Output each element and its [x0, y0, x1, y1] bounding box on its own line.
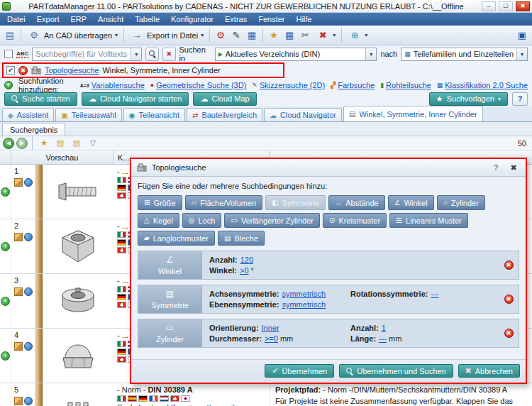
folder-open-icon[interactable]: ▤	[70, 136, 84, 150]
table-view-icon[interactable]: ▦	[282, 28, 297, 43]
filter-icon[interactable]: ▽	[86, 136, 100, 150]
abbrechen-button[interactable]: ✖Abbrechen	[458, 364, 520, 378]
globe-icon[interactable]	[24, 233, 33, 241]
add-abstaende-button[interactable]: ↔Abstände	[328, 195, 384, 210]
menu-ansicht[interactable]: Ansicht	[92, 13, 129, 26]
chevron-down-icon[interactable]: ▾	[131, 48, 141, 60]
3d-box-icon[interactable]	[14, 178, 23, 187]
globe-icon[interactable]	[24, 287, 33, 296]
add-zylinder-button[interactable]: ○Zylinder	[437, 195, 485, 210]
fulltext-checkbox[interactable]	[4, 50, 13, 58]
open-document-icon[interactable]: ▤	[3, 28, 17, 43]
suchvorlagen-button[interactable]: ★Suchvorlagen▾	[429, 92, 508, 106]
remove-condition-icon[interactable]: ✖	[504, 295, 514, 304]
part-preview[interactable]	[43, 383, 113, 406]
part-preview[interactable]	[43, 329, 113, 383]
3d-box-icon[interactable]	[14, 397, 23, 405]
remove-search-icon[interactable]: ✖	[18, 66, 28, 75]
remove-condition-icon[interactable]: ✖	[504, 329, 514, 338]
skizzensuche-item[interactable]: ✎Skizzensuche (2D)	[252, 81, 325, 89]
anzahl-value-link[interactable]: 1	[382, 324, 386, 332]
3d-box-icon[interactable]	[14, 342, 23, 351]
search-input[interactable]	[33, 50, 131, 58]
farbsuche-item[interactable]: ▞Farbsuche	[331, 81, 375, 89]
orientierung-value-link[interactable]: Inner	[262, 324, 279, 332]
forward-button[interactable]: ▶	[16, 138, 28, 149]
minimize-button[interactable]: –	[482, 1, 496, 11]
globe-icon[interactable]	[24, 342, 33, 351]
suche-starten-button[interactable]: Suche starten	[4, 92, 77, 106]
directory-combo[interactable]: ▶Aktuelles Verzeichnis (DIN) ▾	[215, 48, 377, 61]
rohteilsuche-item[interactable]: ▮Rohteilsuche	[380, 81, 431, 89]
search-scope-combo[interactable]: ▦Teilefamilien und Einzelteilen ▾	[401, 48, 528, 61]
expand-row-icon[interactable]: +	[1, 297, 10, 306]
3d-box-icon[interactable]	[14, 287, 23, 296]
tool-icon[interactable]: ⚙	[214, 28, 228, 43]
dialog-help-button[interactable]: ?	[489, 162, 502, 173]
expand-row-icon[interactable]: +	[1, 351, 10, 361]
add-winkel-button[interactable]: ∠Winkel	[388, 195, 434, 210]
laenge-value-link[interactable]: ---	[379, 334, 387, 343]
anzahl-value-link[interactable]: 120	[240, 256, 253, 264]
globe-icon[interactable]	[24, 397, 33, 405]
add-flaeche-volumen-button[interactable]: ▱Fläche/Volumen	[185, 195, 263, 210]
rotationssymmetrie-value-link[interactable]: ---	[431, 290, 438, 298]
winkel-value-link[interactable]: >0	[240, 266, 249, 275]
farbsuche-link[interactable]: Farbsuche	[338, 81, 375, 89]
durchmesser-value-link[interactable]: >=0	[265, 334, 278, 343]
menu-tabelle[interactable]: Tabelle	[129, 13, 165, 26]
menu-konfigurator[interactable]: Konfigurator	[165, 13, 219, 26]
cloud-map-button[interactable]: ☁Cloud Map	[193, 92, 256, 106]
klassifikation-item[interactable]: ▦Klassifikation 2.0 Suche	[437, 81, 528, 89]
rohteilsuche-link[interactable]: Rohteilsuche	[386, 81, 431, 89]
part-preview[interactable]	[43, 219, 113, 273]
menu-extras[interactable]: Extras	[219, 13, 253, 26]
uebernehmen-button[interactable]: ✔Übernehmen	[265, 364, 334, 378]
edit-pencil-icon[interactable]: ✎	[229, 28, 243, 43]
spellcheck-abc-icon[interactable]: ABC	[16, 50, 28, 58]
tab-topology-search[interactable]: ▤Winkel, Symmetrie, Inner Cylinder	[343, 106, 483, 121]
geometrische-suche-item[interactable]: ●Geometrische Suche (3D)	[150, 81, 247, 89]
tab-teileansicht[interactable]: ◉Teileansicht	[123, 108, 185, 121]
add-kegel-button[interactable]: △Kegel	[138, 213, 179, 228]
menu-erp[interactable]: ERP	[65, 13, 92, 26]
topology-search-checkbox[interactable]: ✔	[6, 66, 15, 75]
topologiesuche-link[interactable]: Topologiesuche	[45, 66, 99, 75]
geometrische-suche-link[interactable]: Geometrische Suche (3D)	[156, 81, 246, 89]
menu-datei[interactable]: Datei	[1, 13, 31, 26]
maximize-button[interactable]: ☐	[499, 1, 513, 11]
menu-hilfe[interactable]: Hilfe	[290, 13, 317, 26]
tab-suchergebnis[interactable]: Suchergebnis	[2, 123, 65, 136]
fulltext-search-button[interactable]	[145, 48, 159, 61]
achsensymmetrie-value-link[interactable]: symmetrisch	[282, 290, 326, 298]
add-bleche-button[interactable]: ▤Bleche	[218, 231, 265, 246]
globe-icon[interactable]	[24, 178, 33, 187]
add-langlochmuster-button[interactable]: ▰Langlochmuster	[138, 231, 215, 246]
add-groesse-button[interactable]: ⊞Größe	[138, 195, 182, 210]
variablensuche-link[interactable]: Variablensuche	[92, 81, 145, 89]
clear-search-button[interactable]: ✖	[162, 48, 176, 61]
dialog-close-icon[interactable]: ✖	[507, 162, 520, 173]
favorites-star-icon[interactable]: ★	[37, 136, 51, 150]
help-button[interactable]: ?	[512, 92, 528, 106]
remove-condition-icon[interactable]: ✖	[504, 260, 514, 270]
tab-teileauswahl[interactable]: ▣Teileauswahl	[55, 108, 121, 121]
favorites-star-icon[interactable]: ★	[267, 28, 281, 43]
chevron-down-icon[interactable]: ▾	[516, 48, 527, 60]
close-button[interactable]: ✖	[516, 1, 530, 11]
add-lineares-muster-button[interactable]: ☰Lineares Muster	[389, 213, 468, 228]
tab-assistent[interactable]: ◆Assistent	[2, 108, 54, 121]
back-button[interactable]: ◀	[3, 138, 14, 149]
3d-box-icon[interactable]	[14, 233, 23, 241]
tab-bauteilvergleich[interactable]: ⇄Bauteilvergleich	[187, 108, 262, 121]
export-to-file-dropdown[interactable]: → Export in Datei ▾	[128, 28, 206, 43]
add-loch-button[interactable]: ◎Loch	[182, 213, 222, 228]
online-update-dropdown[interactable]: ⊕ ▾	[345, 28, 370, 43]
ebenensymmetrie-value-link[interactable]: symmetrisch	[282, 300, 326, 309]
transfer-to-cad-dropdown[interactable]: ⚙ An CAD übertragen ▾	[25, 28, 120, 43]
part-preview[interactable]	[43, 165, 113, 219]
menu-fenster[interactable]: Fenster	[253, 13, 290, 26]
expand-row-icon[interactable]: +	[1, 242, 10, 251]
menu-export[interactable]: Export	[31, 13, 65, 26]
table-icon[interactable]: ▦	[245, 28, 259, 43]
